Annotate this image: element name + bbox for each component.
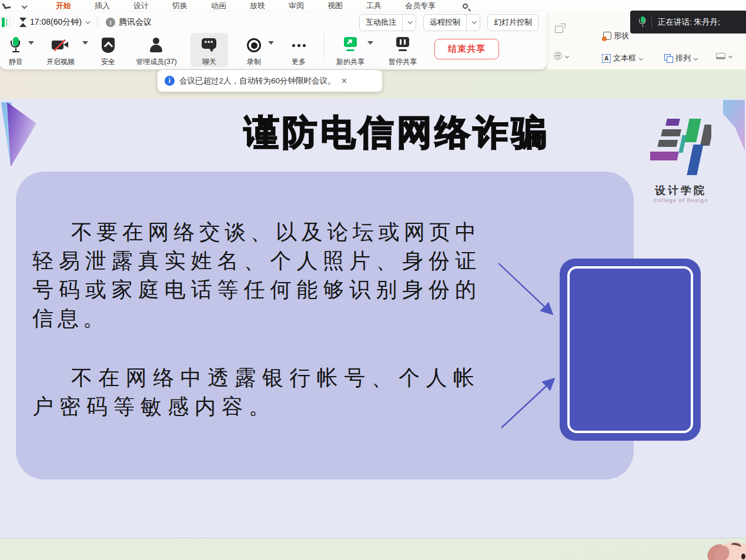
mute-label: 静音	[9, 57, 23, 67]
mute-dropdown-icon[interactable]	[28, 41, 34, 45]
chevron-down-icon	[694, 56, 698, 60]
chevron-down-icon[interactable]	[85, 19, 90, 24]
arrange-label: 排列	[675, 53, 691, 63]
record-button[interactable]: 录制	[236, 33, 272, 67]
chevron-down-icon	[639, 56, 643, 60]
slide-control-button[interactable]: 幻灯片控制	[487, 14, 538, 31]
ppt-tab-row: 开始 插入 设计 切换 动画 放映 审阅 视图 工具 会员专享	[0, 0, 746, 12]
meeting-toolbar-top-row: 17:08(60分钟) i 腾讯会议 互动批注 远程控制 幻灯片控制	[0, 13, 547, 32]
pause-share-icon	[395, 37, 410, 53]
textbox-label: 文本框	[613, 53, 636, 63]
chat-icon: •••	[202, 38, 217, 53]
arrange-icon	[664, 54, 673, 63]
tab-animations[interactable]: 动画	[211, 1, 226, 11]
slide-control-label: 幻灯片控制	[488, 17, 538, 28]
blue-placeholder-rect	[560, 259, 701, 441]
annotate-dropdown[interactable]	[402, 15, 416, 31]
annotate-label: 互动批注	[360, 17, 402, 28]
camera-label: 开启视频	[46, 57, 75, 67]
collapse-ribbon-icon[interactable]	[22, 3, 28, 9]
more-button[interactable]: 更多	[280, 33, 317, 67]
bottom-strip	[0, 538, 746, 560]
pause-share-label: 暂停共享	[389, 57, 417, 67]
arrange-button[interactable]: 排列	[664, 53, 697, 63]
speaking-status-text: 正在讲话: 朱丹丹;	[658, 17, 720, 28]
manage-members-button[interactable]: 管理成员(37)	[127, 33, 186, 67]
quick-access-icon[interactable]	[2, 3, 11, 9]
chat-label: 聊天	[202, 57, 216, 67]
college-logo-cn: 设计学院	[644, 183, 717, 197]
tab-view[interactable]: 视图	[327, 1, 343, 11]
placeholder-icon	[716, 53, 725, 59]
annotate-button[interactable]: 互动批注	[359, 14, 416, 31]
more-label: 更多	[292, 57, 306, 67]
security-label: 安全	[101, 57, 115, 67]
align-text-icon[interactable]	[554, 52, 568, 60]
notification-text: 会议已超过2人，自动转为60分钟限时会议。	[179, 76, 336, 86]
slide-title: 谨防电信网络诈骗	[168, 109, 626, 157]
speaking-status-box: 正在讲话: 朱丹丹;	[630, 11, 746, 33]
camera-dropdown-icon[interactable]	[82, 41, 88, 45]
tab-home[interactable]: 开始	[56, 1, 71, 11]
pointer-arrows	[488, 252, 566, 441]
slide-paragraph-2: 不在网络中透露银行帐号、个人帐户密码等敏感内容。	[32, 363, 480, 421]
divider	[323, 33, 324, 59]
more-icon	[292, 38, 306, 53]
chevron-down-icon	[565, 53, 569, 58]
security-button[interactable]: 安全	[89, 33, 127, 67]
shapes-label: 形状	[614, 31, 629, 41]
remote-control-button[interactable]: 远程控制	[423, 14, 480, 31]
record-dropdown-icon[interactable]	[268, 41, 274, 45]
blue-rect-inner-outline	[567, 266, 693, 433]
tab-design[interactable]: 设计	[133, 1, 149, 11]
textbox-button[interactable]: A 文本框	[602, 53, 643, 63]
college-logo: 设计学院 College of Design	[644, 115, 717, 203]
new-share-icon	[343, 37, 358, 53]
search-icon[interactable]	[463, 4, 468, 9]
tab-slideshow[interactable]: 放映	[250, 1, 265, 11]
end-share-button[interactable]: 结束共享	[434, 39, 499, 59]
divider	[651, 17, 652, 28]
pause-share-button[interactable]: 暂停共享	[379, 33, 426, 67]
new-share-button[interactable]: 新的共享	[330, 33, 371, 67]
chevron-down-icon	[728, 54, 732, 58]
remote-control-dropdown[interactable]	[466, 15, 480, 31]
meeting-notification: i 会议已超过2人，自动转为60分钟限时会议。 ×	[158, 70, 382, 92]
divider	[9, 18, 10, 27]
slide-paragraph-1: 不要在网络交谈、以及论坛或网页中轻易泄露真实姓名、个人照片、身份证号码或家庭电话…	[32, 217, 480, 333]
close-icon[interactable]: ×	[342, 76, 347, 86]
timer-icon	[19, 18, 26, 27]
replace-slide-icon[interactable]	[555, 26, 563, 33]
tab-review[interactable]: 审阅	[289, 1, 304, 11]
record-icon	[247, 38, 261, 52]
pig-cartoon-image	[704, 539, 746, 560]
tab-tools[interactable]: 工具	[366, 1, 382, 11]
app-name: 腾讯会议	[119, 17, 152, 28]
meeting-toolbar-bottom-row: 静音 开启视频 安全 管理成员(37) ••• 聊天 录制 更多	[0, 33, 547, 68]
divider	[97, 18, 98, 27]
person-icon	[149, 38, 163, 53]
info-icon[interactable]: i	[106, 18, 115, 27]
tab-transitions[interactable]: 切换	[172, 1, 188, 11]
meeting-toolbar: 17:08(60分钟) i 腾讯会议 互动批注 远程控制 幻灯片控制 静音	[0, 12, 547, 69]
record-label: 录制	[247, 57, 261, 67]
right-triangle-decoration	[721, 99, 746, 152]
tab-membership[interactable]: 会员专享	[405, 1, 436, 11]
meeting-timer: 17:08(60分钟)	[30, 17, 82, 28]
members-label: 管理成员(37)	[136, 57, 176, 67]
microphone-icon	[10, 37, 22, 53]
remote-control-label: 远程控制	[424, 17, 466, 28]
textbox-icon: A	[602, 54, 611, 63]
shapes-button[interactable]: 形状	[603, 31, 629, 41]
college-logo-mark	[650, 115, 711, 177]
placeholder-button[interactable]	[716, 53, 732, 59]
tab-insert[interactable]: 插入	[95, 1, 110, 11]
meeting-logo-fragment	[2, 18, 5, 27]
new-share-dropdown-icon[interactable]	[367, 41, 373, 45]
new-share-label: 新的共享	[336, 57, 364, 67]
college-logo-en: College of Design	[644, 197, 717, 203]
camera-button[interactable]: 开启视频	[35, 33, 86, 67]
mute-button[interactable]: 静音	[0, 33, 32, 67]
chat-button[interactable]: ••• 聊天	[190, 33, 228, 67]
shield-icon	[102, 38, 115, 53]
